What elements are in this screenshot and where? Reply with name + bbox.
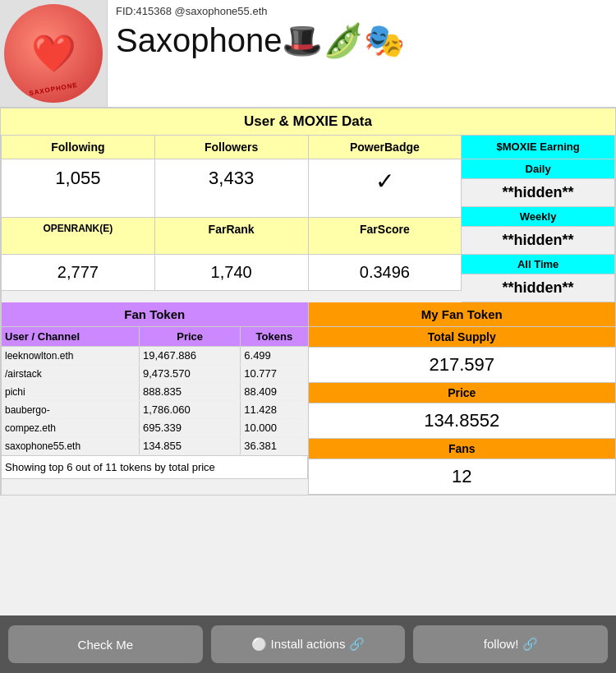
price-section: Price 134.8552 [309, 383, 616, 439]
header: ❤️ SAXOPHONE FID:415368 @saxophone55.eth… [0, 0, 616, 108]
total-supply-section: Total Supply 217.597 [309, 327, 616, 383]
fan-price: 19,467.886 [139, 347, 240, 365]
total-supply-label: Total Supply [309, 327, 616, 348]
moxie-header: $MOXIE Earning [462, 136, 615, 159]
follow-button[interactable]: follow! 🔗 [413, 625, 608, 663]
fan-user: leeknowlton.eth [2, 347, 139, 365]
following-value: 1,055 [2, 159, 155, 218]
fan-tokens: 6.499 [241, 347, 308, 365]
powerbadge-value: ✓ [309, 159, 462, 218]
openrank-value: 2,777 [2, 255, 155, 291]
farrank-header: FarRank [155, 218, 309, 256]
table-row: saxophone55.eth 134.855 36.381 [2, 437, 308, 455]
followers-value: 3,433 [155, 159, 309, 218]
avatar: ❤️ SAXOPHONE [0, 0, 107, 107]
fan-user: baubergo- [2, 401, 139, 419]
total-supply-value: 217.597 [309, 348, 616, 382]
following-header: Following [2, 136, 155, 159]
table-row: pichi 888.835 88.409 [2, 383, 308, 401]
fan-table: User / Channel Price Tokens leeknowlton.… [2, 327, 308, 455]
bottom-bar: Check Me ⚪ Install actions 🔗 follow! 🔗 [0, 615, 616, 673]
fan-col-price: Price [139, 327, 240, 347]
fans-value: 12 [309, 459, 616, 494]
fan-col-tokens: Tokens [241, 327, 308, 347]
fan-tokens: 88.409 [241, 383, 308, 401]
moxie-daily-value: **hidden** [462, 179, 614, 207]
fan-right: My Fan Token Total Supply 217.597 Price … [309, 302, 616, 495]
username: Saxophone🎩🫛🎭 [116, 21, 608, 60]
moxie-weekly-label: Weekly [462, 207, 614, 227]
stats-grid-row1: Following Followers PowerBadge $MOXIE Ea… [1, 136, 615, 302]
fan-user: saxophone55.eth [2, 437, 139, 455]
fan-tokens: 10.000 [241, 419, 308, 437]
fan-col-user: User / Channel [2, 327, 139, 347]
moxie-alltime-cell: All Time **hidden** [462, 255, 615, 302]
install-actions-button[interactable]: ⚪ Install actions 🔗 [211, 625, 406, 663]
moxie-weekly-value: **hidden** [462, 227, 614, 255]
moxie-cell: Daily **hidden** Weekly **hidden** [462, 159, 615, 255]
fan-price: 9,473.570 [139, 365, 240, 383]
farrank-value: 1,740 [155, 255, 309, 291]
fan-price: 134.855 [139, 437, 240, 455]
farscore-value: 0.3496 [309, 255, 462, 291]
table-row: leeknowlton.eth 19,467.886 6.499 [2, 347, 308, 365]
powerbadge-header: PowerBadge [309, 136, 462, 159]
fan-right-title: My Fan Token [309, 302, 616, 327]
fan-tokens: 11.428 [241, 401, 308, 419]
footer-note: Showing top 6 out of 11 tokens by total … [2, 455, 308, 479]
moxie-daily-label: Daily [462, 159, 614, 179]
check-me-button[interactable]: Check Me [8, 625, 203, 663]
section-title: User & MOXIE Data [1, 108, 615, 136]
fan-tokens: 10.777 [241, 365, 308, 383]
followers-header: Followers [155, 136, 309, 159]
fid-line: FID:415368 @saxophone55.eth [116, 5, 608, 17]
fan-tokens: 36.381 [241, 437, 308, 455]
fan-left-title: Fan Token [2, 302, 308, 327]
moxie-alltime-value: **hidden** [462, 274, 614, 302]
fan-price: 888.835 [139, 383, 240, 401]
fan-user: /airstack [2, 365, 139, 383]
header-info: FID:415368 @saxophone55.eth Saxophone🎩🫛🎭 [107, 0, 616, 107]
table-row: baubergo- 1,786.060 11.428 [2, 401, 308, 419]
openrank-header: OPENRANK(E) [2, 218, 155, 256]
fan-price: 1,786.060 [139, 401, 240, 419]
table-row: /airstack 9,473.570 10.777 [2, 365, 308, 383]
fan-user: compez.eth [2, 419, 139, 437]
fan-price: 695.339 [139, 419, 240, 437]
fan-user: pichi [2, 383, 139, 401]
fans-section: Fans 12 [309, 439, 616, 495]
table-row: compez.eth 695.339 10.000 [2, 419, 308, 437]
price-label: Price [309, 383, 616, 403]
fans-label: Fans [309, 439, 616, 459]
fan-left: Fan Token User / Channel Price Tokens le… [2, 302, 309, 495]
price-value: 134.8552 [309, 403, 616, 438]
fan-section: Fan Token User / Channel Price Tokens le… [1, 302, 615, 495]
farscore-header: FarScore [309, 218, 462, 256]
moxie-alltime-label: All Time [462, 255, 614, 274]
